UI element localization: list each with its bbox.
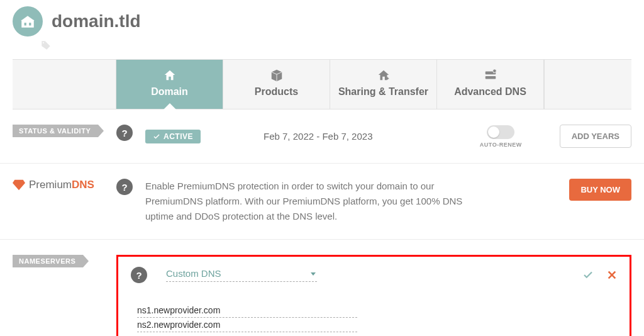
- tab-bar: Domain Products Sharing & Transfer Advan…: [13, 59, 631, 109]
- help-premium[interactable]: ?: [116, 179, 133, 195]
- svg-rect-0: [21, 20, 34, 28]
- premium-suffix: DNS: [72, 179, 94, 191]
- nameservers-box: ? Custom DNS + ADD NAMESERVER: [116, 255, 631, 336]
- diamond-icon: [13, 179, 25, 191]
- cancel-icon[interactable]: [607, 270, 617, 280]
- domain-title: domain.tld: [52, 11, 141, 31]
- auto-renew-label: AUTO-RENEW: [480, 142, 522, 148]
- svg-rect-2: [25, 23, 26, 25]
- svg-rect-3: [29, 23, 31, 25]
- nameservers-actions: [582, 269, 617, 281]
- nameservers-label: NAMESERVERS: [13, 255, 83, 267]
- status-badge: ACTIVE: [145, 130, 201, 143]
- nameservers-mode-select[interactable]: Custom DNS: [166, 268, 317, 282]
- tab-domain[interactable]: Domain: [116, 60, 223, 109]
- auto-renew-toggle[interactable]: [487, 125, 514, 139]
- chevron-down-icon: [309, 270, 317, 277]
- nameservers-mode-text: Custom DNS: [166, 268, 221, 279]
- status-block: ACTIVE Feb 7, 2022 - Feb 7, 2023 AUTO-RE…: [145, 125, 631, 148]
- tab-products[interactable]: Products: [223, 60, 330, 109]
- premium-actions: BUY NOW: [569, 179, 631, 201]
- help-status[interactable]: ?: [116, 125, 133, 141]
- tab-products-label: Products: [255, 86, 298, 98]
- svg-point-4: [43, 42, 44, 43]
- premium-brand: PremiumDNS: [13, 179, 116, 191]
- nameserver-inputs: [137, 305, 617, 332]
- box-icon: [270, 69, 284, 82]
- share-icon: [377, 69, 391, 82]
- svg-rect-6: [485, 76, 496, 79]
- date-range: Feb 7, 2022 - Feb 7, 2023: [264, 131, 480, 142]
- premium-prefix: Premium: [29, 179, 72, 191]
- tag-icon[interactable]: [40, 40, 52, 50]
- premium-desc: Enable PremiumDNS protection in order to…: [145, 179, 472, 224]
- tab-sharing[interactable]: Sharing & Transfer: [330, 60, 437, 109]
- nameserver-input-2[interactable]: [137, 319, 357, 332]
- auto-renew: AUTO-RENEW: [480, 125, 522, 148]
- tabs-end: [544, 60, 631, 109]
- help-nameservers[interactable]: ?: [131, 267, 147, 283]
- domain-avatar-icon: [13, 6, 43, 36]
- add-years-button[interactable]: ADD YEARS: [560, 125, 631, 148]
- confirm-icon[interactable]: [582, 269, 594, 281]
- tabs-spacer: [13, 60, 116, 109]
- nameservers-header: ? Custom DNS: [131, 267, 617, 283]
- buy-now-button[interactable]: BUY NOW: [569, 179, 631, 201]
- nameservers-label-wrap: NAMESERVERS: [13, 255, 116, 267]
- status-badge-text: ACTIVE: [164, 132, 193, 141]
- svg-marker-9: [13, 180, 25, 191]
- check-icon: [153, 133, 160, 140]
- status-label-wrap: STATUS & VALIDITY: [13, 125, 116, 137]
- premium-text: PremiumDNS: [29, 179, 94, 191]
- server-icon: [484, 69, 497, 82]
- tab-sharing-label: Sharing & Transfer: [338, 86, 428, 98]
- home-icon: [163, 69, 177, 82]
- svg-point-8: [492, 69, 496, 73]
- section-premium: PremiumDNS ? Enable PremiumDNS protectio…: [0, 164, 644, 240]
- status-label: STATUS & VALIDITY: [13, 125, 98, 137]
- nameserver-input-1[interactable]: [137, 305, 357, 318]
- svg-marker-10: [311, 272, 316, 276]
- svg-marker-1: [21, 16, 35, 21]
- section-nameservers: NAMESERVERS ? Custom DNS + ADD NAMESERVE…: [0, 240, 644, 336]
- toggle-knob: [488, 126, 499, 138]
- tab-advanced[interactable]: Advanced DNS: [437, 60, 544, 109]
- tab-advanced-label: Advanced DNS: [454, 86, 526, 98]
- tab-domain-label: Domain: [151, 86, 188, 98]
- section-status: STATUS & VALIDITY ? ACTIVE Feb 7, 2022 -…: [0, 109, 644, 164]
- page-header: domain.tld: [0, 0, 644, 40]
